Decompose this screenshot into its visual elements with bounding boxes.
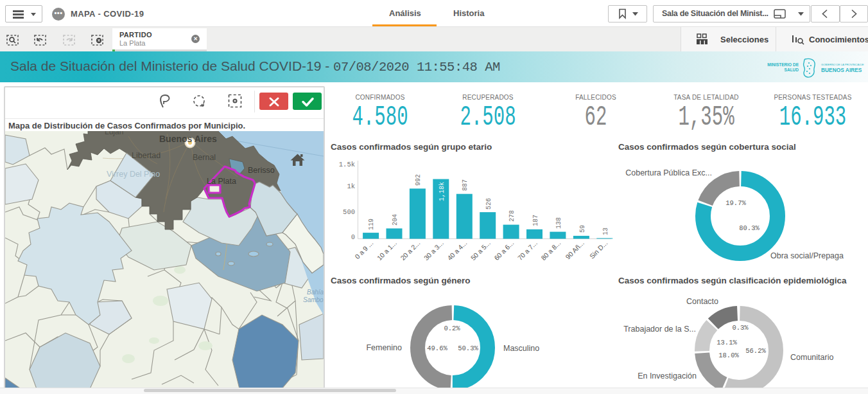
svg-text:204: 204	[392, 214, 399, 226]
svg-text:1,18k: 1,18k	[438, 182, 446, 201]
svg-text:La Plata: La Plata	[207, 177, 236, 186]
svg-text:50.3%: 50.3%	[458, 345, 478, 352]
svg-text:En Investigación: En Investigación	[638, 372, 697, 381]
svg-text:Buenos Aires: Buenos Aires	[159, 134, 217, 144]
svg-text:992: 992	[415, 174, 422, 186]
svg-text:13.1%: 13.1%	[716, 339, 737, 346]
svg-text:Obra social/Prepaga: Obra social/Prepaga	[770, 251, 844, 260]
svg-text:70 a 7...: 70 a 7...	[516, 239, 539, 262]
svg-text:887: 887	[462, 179, 469, 191]
svg-text:Cobertura Pública Exc...: Cobertura Pública Exc...	[625, 168, 712, 177]
svg-text:59: 59	[579, 225, 586, 233]
svg-text:56.2%: 56.2%	[745, 347, 766, 355]
svg-text:Samboron: Samboron	[303, 296, 324, 303]
svg-text:Bahía d: Bahía d	[307, 289, 324, 296]
svg-text:119: 119	[368, 219, 375, 230]
svg-text:80 a 8...: 80 a 8...	[539, 239, 562, 262]
svg-text:90 Añ...: 90 Añ...	[564, 239, 586, 261]
svg-text:138: 138	[555, 217, 562, 229]
svg-text:18.0%: 18.0%	[718, 352, 739, 359]
svg-text:49.6%: 49.6%	[427, 345, 447, 352]
svg-text:Luján: Luján	[105, 131, 123, 136]
svg-text:187: 187	[532, 215, 539, 226]
svg-text:BUENOS AIRES: BUENOS AIRES	[821, 67, 862, 73]
svg-text:Berisso: Berisso	[248, 166, 275, 175]
svg-text:0: 0	[351, 233, 355, 241]
svg-text:Comunitario: Comunitario	[790, 353, 833, 362]
svg-text:20 a 2...: 20 a 2...	[399, 239, 421, 262]
svg-text:Virrey Del Pino: Virrey Del Pino	[107, 170, 160, 179]
svg-text:Masculino: Masculino	[503, 344, 539, 353]
svg-text:80.3%: 80.3%	[739, 224, 759, 232]
svg-text:Contacto: Contacto	[686, 297, 718, 306]
svg-text:Trabajador de la S...: Trabajador de la S...	[623, 325, 696, 334]
svg-text:0.2%: 0.2%	[444, 325, 460, 332]
svg-text:0.3%: 0.3%	[732, 324, 749, 332]
svg-text:19.7%: 19.7%	[725, 199, 746, 207]
svg-text:278: 278	[508, 210, 516, 222]
svg-text:60 a 6...: 60 a 6...	[492, 239, 515, 262]
svg-text:Libertad: Libertad	[132, 151, 161, 160]
svg-text:Sin D...: Sin D...	[588, 239, 609, 260]
svg-text:Femenino: Femenino	[366, 343, 402, 352]
svg-text:526: 526	[485, 198, 492, 210]
svg-text:Bernal: Bernal	[193, 153, 216, 162]
svg-text:13: 13	[602, 228, 609, 235]
svg-text:MINISTERIO DE: MINISTERIO DE	[767, 62, 799, 67]
svg-text:500: 500	[343, 208, 355, 216]
svg-text:0 a 9 ...: 0 a 9 ...	[353, 239, 374, 260]
svg-text:GOBIERNO DE LA PROVINCIA DE: GOBIERNO DE LA PROVINCIA DE	[821, 63, 864, 66]
svg-text:50 a 5...: 50 a 5...	[469, 239, 492, 262]
svg-text:1.5k: 1.5k	[339, 161, 355, 168]
svg-text:10 a 1...: 10 a 1...	[376, 239, 398, 262]
svg-text:30 a 3...: 30 a 3...	[422, 239, 445, 262]
svg-text:1k: 1k	[347, 183, 355, 190]
svg-text:40 a 4...: 40 a 4...	[446, 239, 468, 262]
svg-text:SALUD: SALUD	[785, 67, 799, 72]
